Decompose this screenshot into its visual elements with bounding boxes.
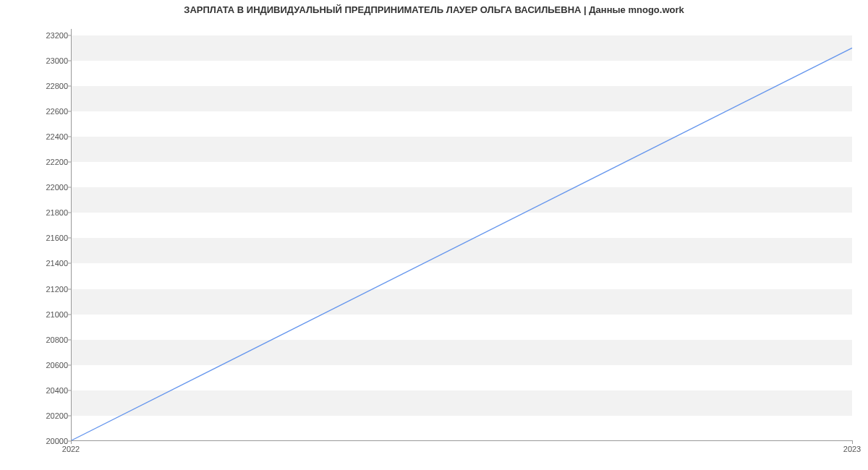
y-tick-label: 20400 — [3, 386, 68, 395]
y-tick-label: 20200 — [3, 411, 68, 420]
y-tick-label: 21400 — [3, 259, 68, 268]
y-tick-label: 21000 — [3, 310, 68, 319]
y-tick-mark — [67, 415, 71, 416]
y-tick-mark — [67, 60, 71, 61]
y-tick-label: 21200 — [3, 285, 68, 294]
y-tick-label: 23200 — [3, 31, 68, 40]
y-tick-label: 22600 — [3, 107, 68, 116]
x-tick-label: 2022 — [62, 445, 80, 453]
y-tick-mark — [67, 314, 71, 315]
series-line — [72, 48, 852, 440]
y-tick-mark — [67, 162, 71, 163]
y-tick-mark — [67, 111, 71, 112]
x-tick-label: 2023 — [843, 445, 861, 453]
chart-title: ЗАРПЛАТА В ИНДИВИДУАЛЬНЫЙ ПРЕДПРИНИМАТЕЛ… — [0, 4, 868, 15]
y-tick-mark — [67, 137, 71, 137]
y-tick-mark — [67, 364, 71, 365]
plot-area — [71, 29, 852, 441]
y-tick-label: 22000 — [3, 183, 68, 192]
chart-container: ЗАРПЛАТА В ИНДИВИДУАЛЬНЫЙ ПРЕДПРИНИМАТЕЛ… — [0, 0, 868, 470]
y-tick-label: 22200 — [3, 158, 68, 166]
x-tick-mark — [71, 440, 72, 444]
y-tick-mark — [67, 390, 71, 390]
x-tick-mark — [852, 440, 853, 444]
y-tick-label: 23000 — [3, 56, 68, 65]
y-tick-label: 22400 — [3, 132, 68, 141]
y-tick-mark — [67, 85, 71, 86]
y-tick-label: 21800 — [3, 208, 68, 217]
y-tick-mark — [67, 187, 71, 188]
line-layer — [72, 29, 852, 440]
y-tick-label: 22800 — [3, 82, 68, 90]
y-tick-label: 20000 — [3, 437, 68, 445]
y-tick-label: 21600 — [3, 234, 68, 242]
y-tick-label: 20600 — [3, 361, 68, 369]
y-tick-mark — [67, 213, 71, 213]
y-tick-mark — [67, 238, 71, 239]
y-tick-label: 20800 — [3, 336, 68, 344]
y-tick-mark — [67, 35, 71, 35]
y-tick-mark — [67, 263, 71, 264]
y-tick-mark — [67, 339, 71, 340]
y-tick-mark — [67, 289, 71, 289]
